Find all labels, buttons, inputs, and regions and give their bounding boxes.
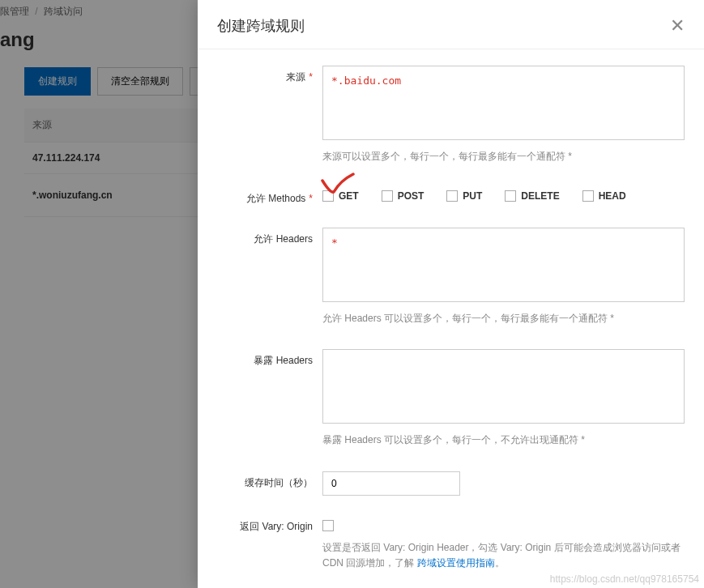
cache-time-label: 缓存时间（秒） (217, 471, 322, 490)
cache-time-input[interactable] (322, 471, 460, 496)
vary-origin-checkbox[interactable] (322, 520, 334, 531)
expose-headers-input[interactable] (322, 349, 685, 424)
allow-headers-input[interactable] (322, 228, 685, 302)
expose-headers-hint: 暴露 Headers 可以设置多个，每行一个，不允许出现通配符 * (322, 432, 685, 448)
close-icon[interactable]: ✕ (670, 17, 685, 35)
allow-headers-hint: 允许 Headers 可以设置多个，每行一个，每行最多能有一个通配符 * (322, 311, 685, 326)
panel-title: 创建跨域规则 (217, 16, 305, 36)
vary-origin-hint: 设置是否返回 Vary: Origin Header，勾选 Vary: Orig… (322, 540, 685, 571)
method-head-checkbox[interactable]: HEAD (582, 190, 626, 202)
method-put-checkbox[interactable]: PUT (446, 190, 482, 202)
cors-guide-link[interactable]: 跨域设置使用指南 (417, 557, 495, 569)
origin-hint: 来源可以设置多个，每行一个，每行最多能有一个通配符 * (322, 149, 685, 164)
watermark: https://blog.csdn.net/qq978165754 (550, 573, 699, 585)
method-delete-checkbox[interactable]: DELETE (505, 190, 559, 202)
vary-origin-label: 返回 Vary: Origin (217, 515, 322, 534)
expose-headers-label: 暴露 Headers (217, 349, 322, 368)
method-get-checkbox[interactable]: GET (322, 190, 359, 202)
allow-methods-label: 允许 Methods* (217, 187, 322, 206)
origin-input[interactable] (322, 66, 685, 140)
origin-label: 来源* (217, 66, 322, 84)
create-cors-rule-panel: 创建跨域规则 ✕ 来源* 来源可以设置多个，每行一个，每行最多能有一个通配符 *… (198, 0, 704, 588)
allow-headers-label: 允许 Headers (217, 228, 322, 246)
method-post-checkbox[interactable]: POST (382, 190, 425, 202)
